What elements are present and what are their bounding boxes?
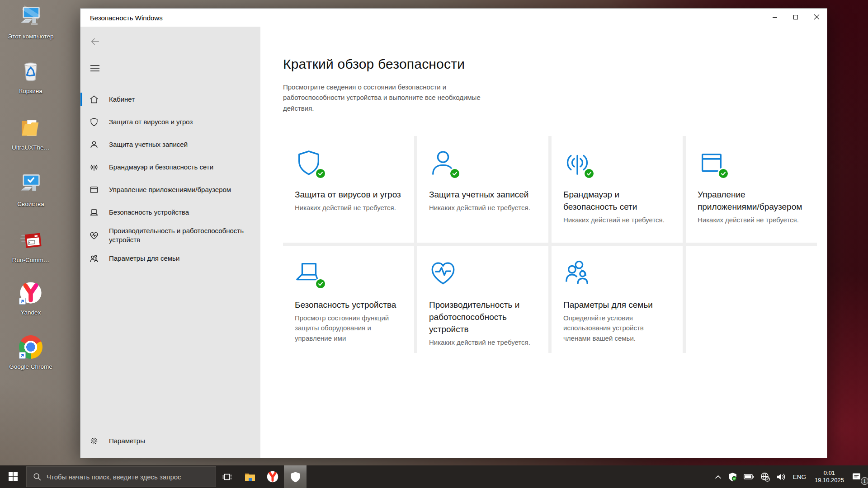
card-title: Брандмауэр и безопасность сети <box>563 188 671 213</box>
sidebar-item-settings[interactable]: Параметры <box>80 430 260 452</box>
sidebar-item-device-security[interactable]: Безопасность устройства <box>80 201 260 224</box>
card-status: Никаких действий не требуется. <box>563 215 671 225</box>
tray-volume-button[interactable] <box>773 465 789 488</box>
search-input[interactable] <box>47 473 200 481</box>
desktop-icon-ultraux-folder[interactable]: UltraUXThe… <box>5 116 56 151</box>
globe-no-internet-icon <box>760 472 770 482</box>
search-icon <box>33 473 41 481</box>
desktop-icon-recycle-bin[interactable]: Корзина <box>5 59 56 95</box>
file-explorer-icon <box>244 471 256 483</box>
language-indicator[interactable]: ENG <box>789 465 810 488</box>
card-title: Управление приложениями/браузером <box>698 188 805 213</box>
check-badge-icon <box>717 168 729 179</box>
card-status: Никаких действий не требуется. <box>698 215 805 225</box>
windows-security-window: Безопасность Windows <box>80 8 827 458</box>
maximize-button[interactable] <box>785 9 806 27</box>
person-icon <box>89 140 99 150</box>
desktop-icon-label: Google Chrome <box>9 363 52 371</box>
card-title: Безопасность устройства <box>295 299 402 311</box>
start-button[interactable] <box>0 465 26 488</box>
desktop-icon-properties[interactable]: Свойства <box>5 172 56 208</box>
this-pc-icon <box>19 5 43 29</box>
sidebar-nav: Кабинет Защита от вирусов и угроз Защита… <box>80 88 260 270</box>
desktop-icon-yandex[interactable]: Yandex <box>5 281 56 316</box>
recycle-bin-icon <box>19 59 43 84</box>
laptop-icon <box>89 207 99 217</box>
minimize-button[interactable] <box>764 9 785 27</box>
sidebar-item-app-browser-control[interactable]: Управление приложениями/браузером <box>80 178 260 201</box>
back-arrow-icon <box>90 37 100 47</box>
security-cards-grid: Защита от вирусов и угроз Никаких действ… <box>283 136 817 353</box>
sidebar-item-family-options[interactable]: Параметры для семьи <box>80 247 260 270</box>
sidebar-item-virus-threat-protection[interactable]: Защита от вирусов и угроз <box>80 111 260 133</box>
sidebar: Кабинет Защита от вирусов и угроз Защита… <box>80 27 260 458</box>
card-status: Никаких действий не требуется. <box>429 338 537 348</box>
heart-pulse-icon <box>429 259 459 288</box>
sidebar-item-home[interactable]: Кабинет <box>80 88 260 111</box>
close-button[interactable] <box>806 9 827 27</box>
clock-date: 19.10.2025 <box>815 477 844 484</box>
card-status: Определяйте условия использования устрой… <box>563 313 671 344</box>
yandex-browser-icon <box>266 470 279 483</box>
taskbar-clock[interactable]: 0:01 19.10.2025 <box>810 469 849 484</box>
tray-security-button[interactable] <box>725 465 741 488</box>
tray-network-button[interactable] <box>757 465 773 488</box>
page-subtitle: Просмотрите сведения о состоянии безопас… <box>283 82 497 113</box>
battery-icon <box>744 473 754 480</box>
windows-security-button[interactable] <box>284 465 307 488</box>
desktop-icon-label: UltraUXThe… <box>12 144 50 151</box>
desktop-icon-this-pc[interactable]: Этот компьютер <box>5 5 56 40</box>
gear-icon <box>89 436 99 446</box>
yandex-browser-icon <box>19 281 43 305</box>
speaker-icon <box>776 473 786 481</box>
desktop-icon-google-chrome[interactable]: Google Chrome <box>5 335 56 371</box>
card-firewall-network[interactable]: Брандмауэр и безопасность сети Никаких д… <box>552 136 683 243</box>
check-badge-icon <box>315 168 326 179</box>
shortcut-arrow-icon <box>19 352 26 359</box>
taskbar-search[interactable] <box>26 466 216 487</box>
card-virus-threat-protection[interactable]: Защита от вирусов и угроз Никаких действ… <box>283 136 414 243</box>
tray-overflow-button[interactable] <box>712 465 725 488</box>
desktop-icon-label: Этот компьютер <box>8 33 54 40</box>
card-device-performance-health[interactable]: Производительность и работоспособность у… <box>417 246 548 353</box>
window-title: Безопасность Windows <box>80 14 163 22</box>
desktop-icon-run-command[interactable]: Run-Comm… <box>5 228 56 264</box>
properties-icon <box>19 172 43 197</box>
desktop-icon-label: Корзина <box>19 87 42 95</box>
card-title: Производительность и работоспособность у… <box>429 299 537 335</box>
shield-icon <box>295 149 325 178</box>
clock-time: 0:01 <box>824 469 835 477</box>
task-view-button[interactable] <box>216 465 239 488</box>
card-account-protection[interactable]: Защита учетных записей Никаких действий … <box>417 136 548 243</box>
sidebar-item-account-protection[interactable]: Защита учетных записей <box>80 133 260 156</box>
windows-logo-icon <box>9 472 18 481</box>
card-app-browser-control[interactable]: Управление приложениями/браузером Никаки… <box>686 136 817 243</box>
page-title: Краткий обзор безопасности <box>283 56 827 72</box>
check-badge-icon <box>315 278 326 290</box>
card-family-options[interactable]: Параметры для семьи Определяйте условия … <box>552 246 683 353</box>
maximize-icon <box>793 14 798 22</box>
sidebar-item-firewall-network[interactable]: Брандмауэр и безопасность сети <box>80 156 260 178</box>
tray-battery-button[interactable] <box>741 465 757 488</box>
minimize-icon <box>772 14 778 22</box>
google-chrome-icon <box>19 335 43 359</box>
check-badge-icon <box>583 168 595 179</box>
app-window-icon <box>89 185 99 195</box>
taskbar: ENG 0:01 19.10.2025 1 <box>0 465 868 488</box>
action-center-button[interactable]: 1 <box>849 465 868 488</box>
titlebar[interactable]: Безопасность Windows <box>80 9 827 27</box>
menu-toggle-button[interactable] <box>85 60 105 76</box>
sidebar-item-device-performance-health[interactable]: Производительность и работоспособность у… <box>80 224 260 247</box>
person-icon <box>429 149 459 178</box>
card-title: Параметры для семьи <box>563 299 671 311</box>
desktop-icon-label: Run-Comm… <box>12 256 50 264</box>
file-explorer-button[interactable] <box>239 465 261 488</box>
back-button[interactable] <box>85 35 105 48</box>
yandex-browser-button[interactable] <box>261 465 284 488</box>
card-device-security[interactable]: Безопасность устройства Просмотр состоян… <box>283 246 414 353</box>
hamburger-icon <box>90 65 99 72</box>
card-title: Защита учетных записей <box>429 188 537 201</box>
close-icon <box>814 14 820 22</box>
heart-pulse-icon <box>89 230 99 240</box>
shield-icon <box>89 117 99 127</box>
